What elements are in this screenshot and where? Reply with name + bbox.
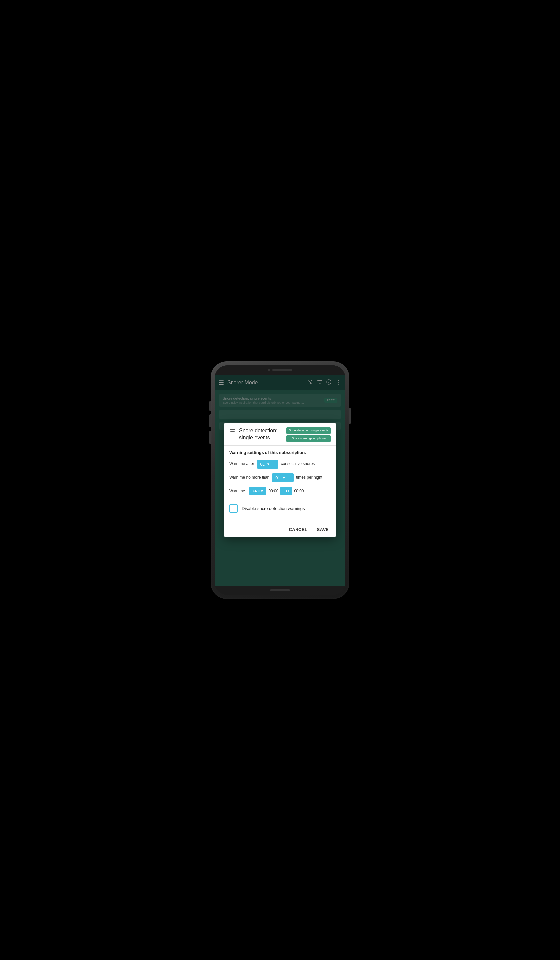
- dialog-header-icon: [229, 428, 236, 436]
- power-button: [349, 408, 350, 424]
- warn2-dropdown[interactable]: 01 ▼: [272, 473, 293, 482]
- phone-device: ☰ Snorer Mode: [211, 362, 349, 599]
- warn2-suffix: times per night: [296, 475, 322, 480]
- bottom-grille: [270, 589, 290, 591]
- phone-top-bar: [215, 365, 345, 374]
- speaker-grille: [272, 369, 292, 371]
- camera-dot: [268, 369, 270, 371]
- cancel-button[interactable]: CANCEL: [286, 526, 309, 533]
- volume-mute-button: [210, 401, 211, 411]
- svg-rect-9: [231, 433, 234, 434]
- dialog-actions: CANCEL SAVE: [224, 522, 336, 537]
- warn2-label: Warn me no more than: [229, 475, 269, 480]
- warn3-label: Warn me: [229, 489, 247, 493]
- volume-up-button: [210, 414, 211, 427]
- from-time: 00:00: [269, 489, 278, 493]
- disable-label: Disable snore detection warnings: [242, 506, 305, 511]
- app-screen: ☰ Snorer Mode: [215, 374, 345, 586]
- warn1-suffix: consecutive snores: [281, 461, 315, 467]
- dialog-title: Snore detection: single events: [239, 427, 283, 441]
- warn-row-2: Warn me no more than 01 ▼ times per nigh…: [229, 473, 331, 482]
- time-row: Warn me FROM 00:00 TO 00:00: [229, 487, 331, 495]
- warn2-arrow: ▼: [282, 476, 286, 480]
- badge-single-events: Snore detection: single events: [286, 427, 331, 434]
- badge-warnings-on-phone: Snore warnings on phone: [286, 435, 331, 442]
- warn-row-1: Warn me after 01 ▼ consecutive snores: [229, 460, 331, 469]
- dialog: Snore detection: single events Snore det…: [224, 423, 336, 537]
- disable-row[interactable]: Disable snore detection warnings: [229, 504, 331, 513]
- dialog-overlay: Snore detection: single events Snore det…: [215, 374, 345, 586]
- warn2-value: 01: [275, 475, 280, 480]
- warn1-value: 01: [260, 462, 265, 467]
- phone-bottom-bar: [215, 586, 345, 595]
- svg-rect-8: [230, 431, 235, 432]
- dialog-header: Snore detection: single events Snore det…: [224, 423, 336, 445]
- volume-down-button: [210, 431, 211, 444]
- warn1-dropdown[interactable]: 01 ▼: [257, 460, 278, 469]
- disable-checkbox[interactable]: [229, 504, 238, 513]
- warn1-arrow: ▼: [267, 462, 270, 466]
- svg-rect-7: [230, 429, 235, 430]
- to-button[interactable]: TO: [280, 487, 292, 495]
- section-title: Warning settings of this subscription:: [229, 450, 331, 455]
- divider-1: [229, 500, 331, 500]
- dialog-header-badges: Snore detection: single events Snore war…: [286, 427, 331, 442]
- to-time: 00:00: [294, 489, 304, 493]
- dialog-body: Warning settings of this subscription: W…: [224, 446, 336, 522]
- from-button[interactable]: FROM: [249, 487, 267, 495]
- save-button[interactable]: SAVE: [315, 526, 331, 533]
- phone-screen: ☰ Snorer Mode: [215, 365, 345, 595]
- warn1-label: Warn me after: [229, 461, 254, 467]
